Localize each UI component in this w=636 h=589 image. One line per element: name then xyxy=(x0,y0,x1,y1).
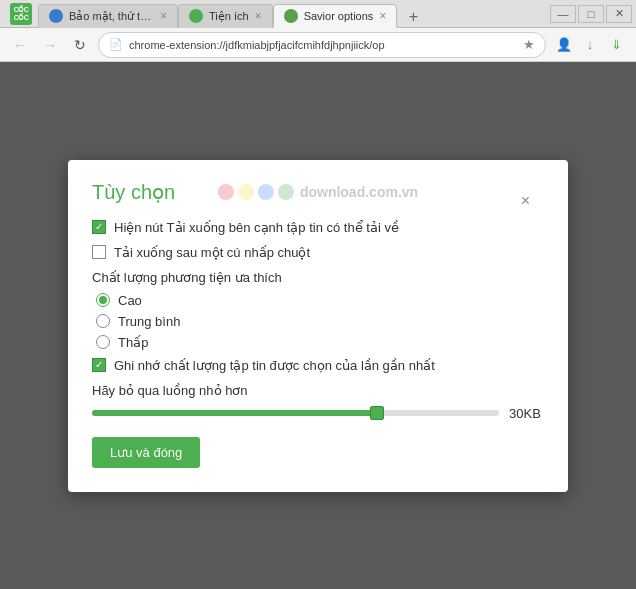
save-close-button[interactable]: Lưu và đóng xyxy=(92,437,200,468)
watermark-circles xyxy=(218,184,294,200)
checkbox-one-click-download[interactable] xyxy=(92,245,106,259)
tab-label-tien-ich: Tiện ích xyxy=(209,10,249,23)
window-controls: — □ ✕ xyxy=(550,5,632,23)
back-button[interactable]: ← xyxy=(8,33,32,57)
checkbox-label-3: Ghi nhớ chất lượng tập tin được chọn của… xyxy=(114,358,435,373)
slider-track[interactable] xyxy=(92,410,499,416)
forward-button[interactable]: → xyxy=(38,33,62,57)
slider-section-label: Hãy bỏ qua luồng nhỏ hơn xyxy=(92,383,544,398)
checkbox-remember-quality[interactable]: ✓ xyxy=(92,358,106,372)
download-arrow-icon[interactable]: ↓ xyxy=(578,33,602,57)
checkbox-row-2[interactable]: Tải xuống sau một cú nhấp chuột xyxy=(92,245,544,260)
tab-label-bao-mat: Bảo mật, thứ th... xyxy=(69,10,154,23)
tab-icon-savior xyxy=(284,9,298,23)
reload-button[interactable]: ↻ xyxy=(68,33,92,57)
address-text: chrome-extension://jdfkmiabjpfjacifcmihf… xyxy=(129,39,517,51)
radio-thap[interactable] xyxy=(96,335,110,349)
slider-thumb[interactable] xyxy=(370,406,384,420)
close-window-button[interactable]: ✕ xyxy=(606,5,632,23)
browser-logo: CỐCCỐC xyxy=(4,3,38,25)
checkbox-row-1[interactable]: ✓ Hiện nút Tải xuống bên cạnh tập tin có… xyxy=(92,220,544,235)
checkmark-1: ✓ xyxy=(95,222,103,232)
maximize-button[interactable]: □ xyxy=(578,5,604,23)
watermark-text: download.com.vn xyxy=(300,184,418,200)
tab-savior-options[interactable]: Savior options × xyxy=(273,4,398,28)
watermark-circle-yellow xyxy=(238,184,254,200)
tab-bao-mat[interactable]: Bảo mật, thứ th... × xyxy=(38,4,178,28)
page-content: Tùy chọn × download.com.vn ✓ Hiện nút Tả… xyxy=(0,62,636,589)
tab-close-bao-mat[interactable]: × xyxy=(160,10,167,22)
slider-fill xyxy=(92,410,377,416)
minimize-button[interactable]: — xyxy=(550,5,576,23)
checkmark-3: ✓ xyxy=(95,360,103,370)
checkbox-label-1: Hiện nút Tải xuống bên cạnh tập tin có t… xyxy=(114,220,399,235)
tab-tien-ich[interactable]: Tiện ích × xyxy=(178,4,273,28)
radio-label-cao: Cao xyxy=(118,293,142,308)
tab-close-tien-ich[interactable]: × xyxy=(255,10,262,22)
radio-row-cao[interactable]: Cao xyxy=(92,293,544,308)
watermark: download.com.vn xyxy=(218,184,418,200)
address-bar[interactable]: 📄 chrome-extension://jdfkmiabjpfjacifcmi… xyxy=(98,32,546,58)
radio-label-trung-binh: Trung bình xyxy=(118,314,180,329)
bookmark-icon[interactable]: ★ xyxy=(523,37,535,52)
download-icon[interactable]: ⇓ xyxy=(604,33,628,57)
radio-label-thap: Thấp xyxy=(118,335,148,350)
coc-coc-logo: CỐCCỐC xyxy=(10,3,32,25)
checkbox-show-download-button[interactable]: ✓ xyxy=(92,220,106,234)
checkbox-row-3[interactable]: ✓ Ghi nhớ chất lượng tập tin được chọn c… xyxy=(92,358,544,373)
tab-icon-bao-mat xyxy=(49,9,63,23)
radio-trung-binh[interactable] xyxy=(96,314,110,328)
dialog-close-button[interactable]: × xyxy=(521,192,530,210)
quality-section-label: Chất lượng phương tiện ưa thích xyxy=(92,270,544,285)
nav-bar: ← → ↻ 📄 chrome-extension://jdfkmiabjpfja… xyxy=(0,28,636,62)
options-dialog: Tùy chọn × download.com.vn ✓ Hiện nút Tả… xyxy=(68,160,568,492)
title-bar: CỐCCỐC Bảo mật, thứ th... × Tiện ích × S… xyxy=(0,0,636,28)
new-tab-button[interactable]: + xyxy=(401,6,425,28)
tab-label-savior: Savior options xyxy=(304,10,374,22)
watermark-circle-blue xyxy=(258,184,274,200)
radio-inner-cao xyxy=(99,296,107,304)
slider-value: 30KB xyxy=(509,406,544,421)
tab-close-savior[interactable]: × xyxy=(379,10,386,22)
checkbox-label-2: Tải xuống sau một cú nhấp chuột xyxy=(114,245,310,260)
radio-cao[interactable] xyxy=(96,293,110,307)
action-buttons: 👤 ↓ ⇓ xyxy=(552,33,628,57)
user-icon[interactable]: 👤 xyxy=(552,33,576,57)
page-type-icon: 📄 xyxy=(109,38,123,51)
watermark-circle-red xyxy=(218,184,234,200)
slider-row: 30KB xyxy=(92,406,544,421)
radio-row-thap[interactable]: Thấp xyxy=(92,335,544,350)
watermark-circle-green xyxy=(278,184,294,200)
radio-row-trung-binh[interactable]: Trung bình xyxy=(92,314,544,329)
tabs-bar: Bảo mật, thứ th... × Tiện ích × Savior o… xyxy=(38,0,550,28)
tab-icon-tien-ich xyxy=(189,9,203,23)
